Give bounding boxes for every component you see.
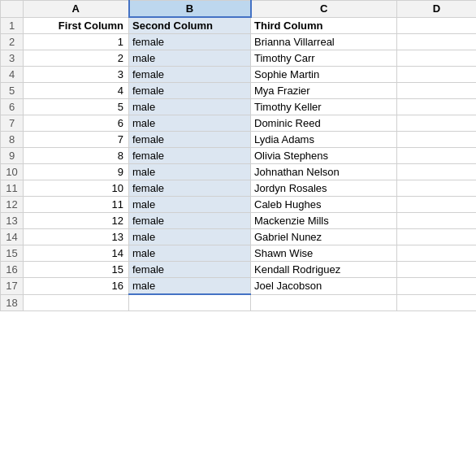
column-letter-row: A B C D (1, 1, 477, 18)
cell-c[interactable]: Timothy Carr (251, 50, 397, 67)
row-number: 1 (1, 17, 24, 34)
cell-a[interactable]: 7 (24, 132, 129, 148)
row-number: 18 (1, 294, 24, 310)
cell-c[interactable]: Brianna Villarreal (251, 34, 397, 50)
cell-c[interactable]: Kendall Rodriguez (251, 262, 397, 278)
table-row: 6 5 male Timothy Keller (1, 99, 477, 115)
table-row-empty: 18 (1, 294, 477, 310)
cell-a[interactable]: 5 (24, 99, 129, 115)
row-number: 5 (1, 83, 24, 99)
cell-d (397, 83, 477, 99)
table-row: 14 13 male Gabriel Nunez (1, 229, 477, 245)
cell-c[interactable]: Jordyn Rosales (251, 180, 397, 197)
cell-a[interactable]: 2 (24, 50, 129, 67)
cell-b[interactable]: female (129, 180, 251, 197)
row-number: 2 (1, 34, 24, 50)
row-number: 3 (1, 50, 24, 67)
cell-c[interactable]: Gabriel Nunez (251, 229, 397, 245)
cell-c[interactable]: Sophie Martin (251, 67, 397, 83)
col-d-letter[interactable]: D (397, 1, 477, 18)
cell-a[interactable]: 11 (24, 197, 129, 213)
table-row: 16 15 female Kendall Rodriguez (1, 262, 477, 278)
cell-d-empty (397, 294, 477, 310)
table-row: 5 4 female Mya Frazier (1, 83, 477, 99)
cell-b[interactable]: female (129, 148, 251, 164)
cell-d (397, 99, 477, 115)
cell-c[interactable]: Lydia Adams (251, 132, 397, 148)
cell-b[interactable]: male (129, 229, 251, 245)
cell-c[interactable]: Olivia Stephens (251, 148, 397, 164)
cell-b[interactable]: female (129, 213, 251, 229)
cell-a[interactable]: 3 (24, 67, 129, 83)
cell-c[interactable]: Joel Jacobson (251, 278, 397, 295)
cell-a[interactable]: 15 (24, 262, 129, 278)
table-row: 12 11 male Caleb Hughes (1, 197, 477, 213)
cell-d (397, 67, 477, 83)
table-row: 13 12 female Mackenzie Mills (1, 213, 477, 229)
cell-c[interactable]: Dominic Reed (251, 115, 397, 132)
table-row: 9 8 female Olivia Stephens (1, 148, 477, 164)
table-row: 2 1 female Brianna Villarreal (1, 34, 477, 50)
cell-b[interactable]: male (129, 245, 251, 262)
cell-d (397, 115, 477, 132)
row-number: 7 (1, 115, 24, 132)
cell-b[interactable]: female (129, 262, 251, 278)
cell-a[interactable]: 1 (24, 34, 129, 50)
cell-a[interactable]: 6 (24, 115, 129, 132)
cell-b[interactable]: male (129, 278, 251, 295)
row-number: 12 (1, 197, 24, 213)
col-c-letter[interactable]: C (251, 1, 397, 18)
header-col-c[interactable]: Third Column (251, 17, 397, 34)
cell-b[interactable]: female (129, 67, 251, 83)
cell-a[interactable]: 14 (24, 245, 129, 262)
col-a-letter[interactable]: A (24, 1, 129, 18)
table-row: 17 16 male Joel Jacobson (1, 278, 477, 295)
cell-b[interactable]: female (129, 34, 251, 50)
cell-b-empty[interactable] (129, 294, 251, 310)
cell-d (397, 50, 477, 67)
cell-a[interactable]: 13 (24, 229, 129, 245)
header-col-a[interactable]: First Column (24, 17, 129, 34)
table-row: 4 3 female Sophie Martin (1, 67, 477, 83)
cell-a-empty[interactable] (24, 294, 129, 310)
cell-a[interactable]: 8 (24, 148, 129, 164)
cell-a[interactable]: 9 (24, 164, 129, 180)
cell-c[interactable]: Mya Frazier (251, 83, 397, 99)
cell-a[interactable]: 10 (24, 180, 129, 197)
cell-c[interactable]: Caleb Hughes (251, 197, 397, 213)
cell-d (397, 229, 477, 245)
row-number: 8 (1, 132, 24, 148)
cell-c[interactable]: Mackenzie Mills (251, 213, 397, 229)
cell-c-empty[interactable] (251, 294, 397, 310)
cell-d (397, 132, 477, 148)
cell-c[interactable]: Timothy Keller (251, 99, 397, 115)
cell-b[interactable]: male (129, 115, 251, 132)
cell-d (397, 180, 477, 197)
table-row: 7 6 male Dominic Reed (1, 115, 477, 132)
row-number: 15 (1, 245, 24, 262)
table-row: 8 7 female Lydia Adams (1, 132, 477, 148)
row-number: 10 (1, 164, 24, 180)
table-row: 3 2 male Timothy Carr (1, 50, 477, 67)
cell-b[interactable]: female (129, 132, 251, 148)
cell-b[interactable]: male (129, 164, 251, 180)
cell-c[interactable]: Johnathan Nelson (251, 164, 397, 180)
corner-cell (1, 1, 24, 18)
cell-d (397, 148, 477, 164)
cell-d (397, 278, 477, 295)
cell-b[interactable]: male (129, 50, 251, 67)
cell-b[interactable]: female (129, 83, 251, 99)
cell-a[interactable]: 4 (24, 83, 129, 99)
col-b-letter[interactable]: B (129, 1, 251, 18)
cell-b[interactable]: male (129, 99, 251, 115)
cell-c[interactable]: Shawn Wise (251, 245, 397, 262)
row-number: 6 (1, 99, 24, 115)
row-number: 17 (1, 278, 24, 295)
table-row: 15 14 male Shawn Wise (1, 245, 477, 262)
cell-b[interactable]: male (129, 197, 251, 213)
row-number: 9 (1, 148, 24, 164)
header-col-b[interactable]: Second Column (129, 17, 251, 34)
cell-a[interactable]: 12 (24, 213, 129, 229)
row-number: 4 (1, 67, 24, 83)
cell-a[interactable]: 16 (24, 278, 129, 295)
